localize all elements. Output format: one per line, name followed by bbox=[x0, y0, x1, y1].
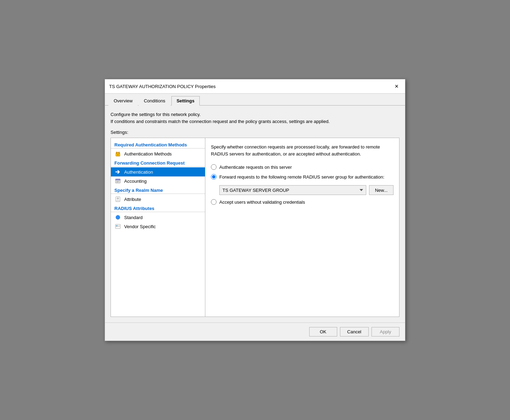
svg-point-4 bbox=[118, 154, 119, 155]
auth-methods-label: Authentication Methods bbox=[124, 151, 172, 157]
server-group-row: TS GATEWAY SERVER GROUP New... bbox=[219, 185, 394, 195]
section-realm: Specify a Realm Name bbox=[111, 186, 205, 194]
accounting-label: Accounting bbox=[124, 179, 147, 184]
new-button[interactable]: New... bbox=[369, 185, 394, 195]
menu-item-accounting[interactable]: Accounting bbox=[111, 176, 205, 186]
lock-icon bbox=[114, 151, 121, 157]
radio-forward[interactable] bbox=[211, 174, 217, 180]
tab-conditions[interactable]: Conditions bbox=[139, 96, 170, 106]
standard-label: Standard bbox=[124, 215, 143, 220]
tab-overview[interactable]: Overview bbox=[108, 96, 138, 106]
svg-point-10 bbox=[117, 198, 119, 200]
right-panel-description: Specify whether connection requests are … bbox=[211, 144, 394, 157]
svg-rect-6 bbox=[115, 179, 120, 180]
tab-bar: Overview Conditions Settings bbox=[105, 94, 405, 106]
description-line2: If conditions and constraints match the … bbox=[111, 118, 399, 125]
radio-accept[interactable] bbox=[211, 199, 217, 205]
settings-container: Required Authentication Methods Authenti… bbox=[111, 138, 399, 317]
option-accept[interactable]: Accept users without validating credenti… bbox=[211, 199, 394, 205]
option-forward[interactable]: Forward requests to the following remote… bbox=[211, 174, 394, 180]
dialog-title: TS GATEWAY AUTHORIZATION POLICY Properti… bbox=[109, 84, 216, 89]
accounting-icon bbox=[114, 178, 121, 184]
option-local[interactable]: Authenticate requests on this server bbox=[211, 164, 394, 170]
radio-group: Authenticate requests on this server For… bbox=[211, 164, 394, 205]
tab-settings[interactable]: Settings bbox=[171, 96, 200, 106]
authentication-label: Authentication bbox=[124, 169, 153, 175]
menu-item-standard[interactable]: Standard bbox=[111, 213, 205, 222]
settings-label: Settings: bbox=[111, 130, 399, 135]
right-panel: Specify whether connection requests are … bbox=[205, 138, 399, 317]
dialog-body: Configure the settings for this network … bbox=[105, 106, 405, 323]
menu-item-attribute[interactable]: Attribute bbox=[111, 195, 205, 204]
radio-local[interactable] bbox=[211, 164, 217, 170]
arrow-right-icon bbox=[114, 169, 121, 175]
server-group-select[interactable]: TS GATEWAY SERVER GROUP bbox=[219, 185, 366, 195]
cancel-button[interactable]: Cancel bbox=[340, 327, 369, 336]
dialog-footer: OK Cancel Apply bbox=[105, 323, 405, 341]
option-forward-label: Forward requests to the following remote… bbox=[219, 174, 384, 180]
title-bar: TS GATEWAY AUTHORIZATION POLICY Properti… bbox=[105, 79, 405, 94]
section-radius: RADIUS Attributes bbox=[111, 204, 205, 212]
vendor-specific-label: Vendor Specific bbox=[124, 224, 156, 229]
attribute-label: Attribute bbox=[124, 197, 141, 202]
option-local-label: Authenticate requests on this server bbox=[219, 165, 292, 170]
description-text: Configure the settings for this network … bbox=[111, 111, 399, 125]
dialog-window: TS GATEWAY AUTHORIZATION POLICY Properti… bbox=[105, 79, 405, 341]
menu-item-authentication-methods[interactable]: Authentication Methods bbox=[111, 149, 205, 158]
globe-icon bbox=[114, 215, 121, 220]
menu-item-vendor-specific[interactable]: Vendor Specific bbox=[111, 222, 205, 231]
close-button[interactable]: ✕ bbox=[392, 82, 401, 90]
left-panel: Required Authentication Methods Authenti… bbox=[111, 138, 205, 317]
menu-item-authentication[interactable]: Authentication bbox=[111, 167, 205, 176]
apply-button[interactable]: Apply bbox=[371, 327, 399, 336]
ok-button[interactable]: OK bbox=[309, 327, 337, 336]
section-required-auth: Required Authentication Methods bbox=[111, 140, 205, 149]
option-accept-label: Accept users without validating credenti… bbox=[219, 200, 305, 205]
vendor-specific-icon bbox=[114, 224, 121, 229]
attribute-icon bbox=[114, 196, 121, 202]
description-line1: Configure the settings for this network … bbox=[111, 111, 399, 118]
section-forwarding: Forwarding Connection Request bbox=[111, 158, 205, 167]
